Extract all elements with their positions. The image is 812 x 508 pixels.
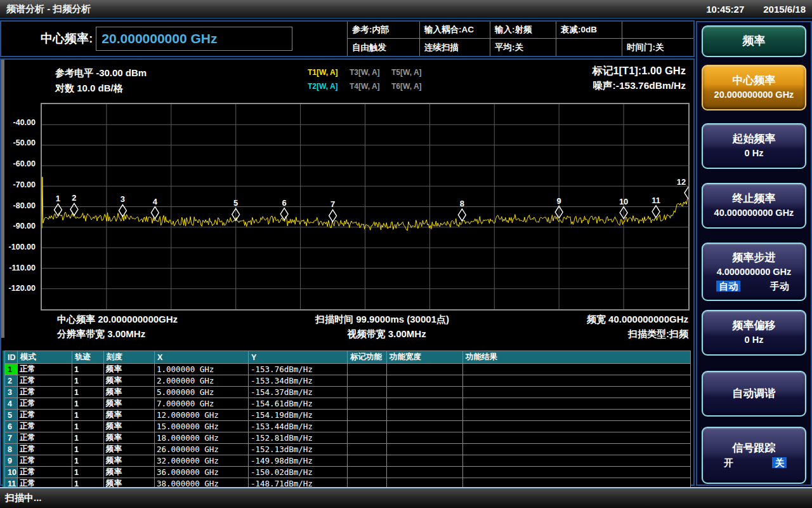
marker-table-header: 功能结果 xyxy=(463,351,691,364)
marker-table-cell xyxy=(463,375,691,387)
marker-diamond-11[interactable] xyxy=(652,206,660,218)
marker-table-cell: 1 xyxy=(5,364,18,375)
marker-table-cell: 26.000000 GHz xyxy=(155,444,249,455)
marker-table-row-1[interactable]: 1正常1频率1.000000 GHz-153.76dBm/Hz xyxy=(5,364,691,375)
marker-table-cell xyxy=(387,421,463,432)
marker-table-cell: -154.37dBm/Hz xyxy=(249,387,348,398)
marker-table-cell xyxy=(387,364,463,375)
marker-table-row-6[interactable]: 6正常1频率15.000000 GHz-153.44dBm/Hz xyxy=(5,421,691,432)
marker-table-cell: 1 xyxy=(72,410,104,421)
marker-table-row-5[interactable]: 5正常1频率12.000000 GHz-154.19dBm/Hz xyxy=(5,410,691,421)
marker-diamond-4[interactable] xyxy=(151,207,159,219)
param-cell-r1c5 xyxy=(622,22,693,39)
softkey-frequency-step[interactable]: 频率步进4.000000000 GHz自动手动 xyxy=(702,243,806,301)
softkey-signal-tracking-option-关[interactable]: 关 xyxy=(772,457,787,468)
softkey-start-frequency-line1: 起始频率 xyxy=(703,133,805,145)
marker-table-cell xyxy=(463,421,691,432)
softkey-frequency-step-option-自动[interactable]: 自动 xyxy=(716,281,740,291)
marker-table-cell xyxy=(463,398,691,410)
softkey-frequency-offset[interactable]: 频率偏移0 Hz xyxy=(702,310,806,356)
marker-table-cell: 正常 xyxy=(18,364,72,375)
marker-table-row-10[interactable]: 10正常1频率36.000000 GHz-150.02dBm/Hz xyxy=(5,467,691,478)
marker-table-row-8[interactable]: 8正常1频率26.000000 GHz-152.13dBm/Hz xyxy=(5,444,691,455)
marker-table-cell: 32.000000 GHz xyxy=(155,455,249,467)
marker-number-12: 12 xyxy=(677,177,686,187)
marker-table-row-7[interactable]: 7正常1频率18.000000 GHz-152.81dBm/Hz xyxy=(5,432,691,444)
marker-table-cell: 频率 xyxy=(104,455,155,467)
marker-number-5: 5 xyxy=(233,198,238,208)
marker-table-cell: 频率 xyxy=(104,364,155,375)
marker-table-row-4[interactable]: 4正常1频率7.000000 GHz-154.61dBm/Hz xyxy=(5,398,691,410)
status-bar: 扫描中... xyxy=(0,487,812,508)
softkey-frequency-step-line1: 频率步进 xyxy=(703,252,805,264)
marker-table-cell: 频率 xyxy=(104,432,155,444)
marker-table-cell: 正常 xyxy=(18,467,72,478)
param-cell-r2c3: 平均:关 xyxy=(490,39,556,56)
softkey-stop-frequency[interactable]: 终止频率40.000000000 GHz xyxy=(702,183,806,229)
spectrum-svg: 123456789101112 xyxy=(42,104,688,309)
y-axis-tick: -50.00 xyxy=(3,138,36,147)
marker-table-cell: 正常 xyxy=(18,410,72,421)
marker-table-cell xyxy=(463,467,691,478)
trace-label: T1[W, A] xyxy=(308,68,350,77)
marker-table-row-2[interactable]: 2正常1频率2.000000 GHz-153.34dBm/Hz xyxy=(5,375,691,387)
param-cell-r1c4: 衰减:0dB xyxy=(556,22,622,39)
marker-table-cell: 频率 xyxy=(104,387,155,398)
annot-sweep-type: 扫描类型:扫频 xyxy=(628,328,690,340)
marker-table-cell: 1 xyxy=(72,364,104,375)
softkey-signal-tracking-line1: 信号跟踪 xyxy=(703,443,805,455)
marker-number-9: 9 xyxy=(557,196,561,206)
softkey-frequency-step-option-手动[interactable]: 手动 xyxy=(768,281,792,291)
softkey-auto-tune[interactable]: 自动调谐 xyxy=(702,371,806,417)
marker-table-cell: -154.61dBm/Hz xyxy=(249,398,348,410)
marker-table-row-3[interactable]: 3正常1频率5.000000 GHz-154.37dBm/Hz xyxy=(5,387,691,398)
marker-table-head: ID模式轨迹刻度XY标记功能功能宽度功能结果 xyxy=(5,351,691,364)
trace-status: T1[W, A]T3[W, A]T5[W, A]T2[W, A]T4[W, A]… xyxy=(308,68,433,91)
date-display: 2015/6/18 xyxy=(763,4,806,15)
marker-diamond-8[interactable] xyxy=(458,209,466,221)
softkey-frequency-step-toggle: 自动手动 xyxy=(703,281,805,291)
marker-table-cell: 2.000000 GHz xyxy=(155,375,249,387)
marker-table-cell xyxy=(463,410,691,421)
annotation-row-1: 中心频率 20.000000000GHz 扫描时间 99.9000ms (300… xyxy=(41,314,690,326)
center-frequency-input[interactable]: 20.000000000 GHz xyxy=(96,27,292,51)
marker-table-row-9[interactable]: 9正常1频率32.000000 GHz-149.98dBm/Hz xyxy=(5,455,691,467)
y-axis-tick: -110.00 xyxy=(3,264,36,272)
y-axis-tick: -100.00 xyxy=(3,243,36,251)
top-parameter-bar: 中心频率: 20.000000000 GHz 参考:内部输入耦合:AC输入:射频… xyxy=(0,20,695,57)
spectrum-plot[interactable]: 123456789101112 xyxy=(41,103,690,311)
marker-table-cell: 12.000000 GHz xyxy=(155,410,249,421)
status-text: 扫描中... xyxy=(5,492,42,504)
marker-table-cell xyxy=(348,387,387,398)
marker-table-cell: 1 xyxy=(72,398,104,410)
marker-table-cell: -153.34dBm/Hz xyxy=(249,375,348,387)
marker-table-header: ID xyxy=(5,351,18,364)
marker-table-cell: -150.02dBm/Hz xyxy=(249,467,348,478)
y-axis-tick: -40.00 xyxy=(3,118,36,127)
annot-center-freq: 中心频率 20.000000000GHz xyxy=(41,314,178,326)
marker-table-cell: 频率 xyxy=(104,444,155,455)
marker-table-cell xyxy=(348,455,387,467)
menu-header-frequency[interactable]: 频率 xyxy=(702,25,806,57)
softkey-start-frequency[interactable]: 起始频率0 Hz xyxy=(702,123,806,169)
softkey-signal-tracking[interactable]: 信号跟踪开关 xyxy=(702,427,806,484)
marker-diamond-12[interactable] xyxy=(684,187,688,199)
marker-diamond-7[interactable] xyxy=(329,210,337,222)
marker-table-cell: 5.000000 GHz xyxy=(155,387,249,398)
softkey-signal-tracking-option-开[interactable]: 开 xyxy=(721,457,736,468)
marker-table-header: 功能宽度 xyxy=(387,351,463,364)
trace-label: T3[W, A] xyxy=(350,68,391,77)
scale-label: 对数 10.0 dB/格 xyxy=(55,81,147,96)
param-cell-r2c1: 自由触发 xyxy=(348,39,420,56)
y-axis-tick: -90.00 xyxy=(3,222,36,231)
marker-table-cell xyxy=(463,455,691,467)
softkey-center-frequency[interactable]: 中心频率20.000000000 GHz xyxy=(702,65,806,110)
marker-table-cell: 1 xyxy=(72,455,104,467)
marker-table-cell: -153.44dBm/Hz xyxy=(249,421,348,432)
softkey-frequency-offset-line2: 0 Hz xyxy=(703,335,805,345)
measurement-display: 参考电平 -30.00 dBm 对数 10.0 dB/格 T1[W, A]T3[… xyxy=(0,58,695,486)
app-title: 频谱分析 - 扫频分析 xyxy=(6,3,91,15)
marker-table-cell xyxy=(348,432,387,444)
marker-number-1: 1 xyxy=(56,194,60,203)
y-axis-tick: -60.00 xyxy=(3,159,36,168)
